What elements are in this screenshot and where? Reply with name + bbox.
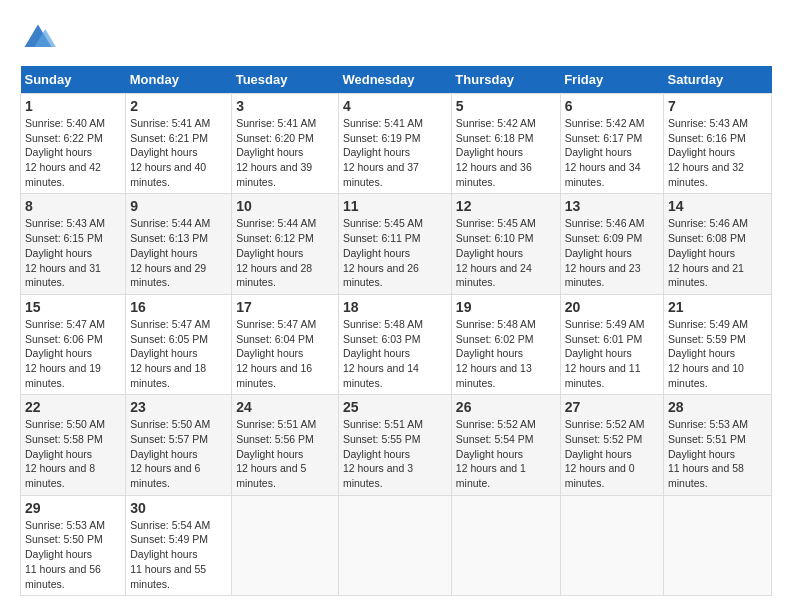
calendar-cell: 7 Sunrise: 5:43 AM Sunset: 6:16 PM Dayli…	[664, 94, 772, 194]
day-info: Sunrise: 5:50 AM Sunset: 5:57 PM Dayligh…	[130, 417, 227, 490]
calendar-cell: 20 Sunrise: 5:49 AM Sunset: 6:01 PM Dayl…	[560, 294, 663, 394]
calendar-cell: 25 Sunrise: 5:51 AM Sunset: 5:55 PM Dayl…	[338, 395, 451, 495]
day-number: 15	[25, 299, 121, 315]
day-info: Sunrise: 5:44 AM Sunset: 6:13 PM Dayligh…	[130, 216, 227, 289]
day-number: 23	[130, 399, 227, 415]
day-number: 4	[343, 98, 447, 114]
day-info: Sunrise: 5:48 AM Sunset: 6:03 PM Dayligh…	[343, 317, 447, 390]
calendar-cell: 3 Sunrise: 5:41 AM Sunset: 6:20 PM Dayli…	[232, 94, 339, 194]
day-info: Sunrise: 5:43 AM Sunset: 6:15 PM Dayligh…	[25, 216, 121, 289]
weekday-header-thursday: Thursday	[451, 66, 560, 94]
calendar-cell: 15 Sunrise: 5:47 AM Sunset: 6:06 PM Dayl…	[21, 294, 126, 394]
day-info: Sunrise: 5:46 AM Sunset: 6:09 PM Dayligh…	[565, 216, 659, 289]
calendar-cell: 11 Sunrise: 5:45 AM Sunset: 6:11 PM Dayl…	[338, 194, 451, 294]
day-info: Sunrise: 5:47 AM Sunset: 6:06 PM Dayligh…	[25, 317, 121, 390]
day-info: Sunrise: 5:49 AM Sunset: 5:59 PM Dayligh…	[668, 317, 767, 390]
calendar-cell: 18 Sunrise: 5:48 AM Sunset: 6:03 PM Dayl…	[338, 294, 451, 394]
day-info: Sunrise: 5:41 AM Sunset: 6:19 PM Dayligh…	[343, 116, 447, 189]
day-info: Sunrise: 5:52 AM Sunset: 5:54 PM Dayligh…	[456, 417, 556, 490]
calendar-week-row: 1 Sunrise: 5:40 AM Sunset: 6:22 PM Dayli…	[21, 94, 772, 194]
day-number: 9	[130, 198, 227, 214]
day-info: Sunrise: 5:45 AM Sunset: 6:11 PM Dayligh…	[343, 216, 447, 289]
calendar-cell: 6 Sunrise: 5:42 AM Sunset: 6:17 PM Dayli…	[560, 94, 663, 194]
calendar-week-row: 29 Sunrise: 5:53 AM Sunset: 5:50 PM Dayl…	[21, 495, 772, 595]
day-info: Sunrise: 5:51 AM Sunset: 5:55 PM Dayligh…	[343, 417, 447, 490]
day-number: 2	[130, 98, 227, 114]
weekday-header-friday: Friday	[560, 66, 663, 94]
day-info: Sunrise: 5:44 AM Sunset: 6:12 PM Dayligh…	[236, 216, 334, 289]
day-info: Sunrise: 5:42 AM Sunset: 6:18 PM Dayligh…	[456, 116, 556, 189]
day-info: Sunrise: 5:46 AM Sunset: 6:08 PM Dayligh…	[668, 216, 767, 289]
day-number: 3	[236, 98, 334, 114]
calendar-cell: 4 Sunrise: 5:41 AM Sunset: 6:19 PM Dayli…	[338, 94, 451, 194]
calendar-cell: 26 Sunrise: 5:52 AM Sunset: 5:54 PM Dayl…	[451, 395, 560, 495]
calendar-cell: 5 Sunrise: 5:42 AM Sunset: 6:18 PM Dayli…	[451, 94, 560, 194]
calendar-cell: 10 Sunrise: 5:44 AM Sunset: 6:12 PM Dayl…	[232, 194, 339, 294]
day-number: 6	[565, 98, 659, 114]
calendar-cell	[232, 495, 339, 595]
calendar-cell	[560, 495, 663, 595]
day-number: 30	[130, 500, 227, 516]
day-number: 20	[565, 299, 659, 315]
calendar-week-row: 22 Sunrise: 5:50 AM Sunset: 5:58 PM Dayl…	[21, 395, 772, 495]
calendar-cell: 28 Sunrise: 5:53 AM Sunset: 5:51 PM Dayl…	[664, 395, 772, 495]
day-info: Sunrise: 5:52 AM Sunset: 5:52 PM Dayligh…	[565, 417, 659, 490]
calendar-cell	[451, 495, 560, 595]
day-info: Sunrise: 5:40 AM Sunset: 6:22 PM Dayligh…	[25, 116, 121, 189]
day-number: 27	[565, 399, 659, 415]
calendar-cell: 29 Sunrise: 5:53 AM Sunset: 5:50 PM Dayl…	[21, 495, 126, 595]
day-number: 21	[668, 299, 767, 315]
logo	[20, 20, 60, 56]
day-info: Sunrise: 5:54 AM Sunset: 5:49 PM Dayligh…	[130, 518, 227, 591]
calendar-cell: 30 Sunrise: 5:54 AM Sunset: 5:49 PM Dayl…	[126, 495, 232, 595]
day-number: 18	[343, 299, 447, 315]
calendar-cell: 24 Sunrise: 5:51 AM Sunset: 5:56 PM Dayl…	[232, 395, 339, 495]
day-info: Sunrise: 5:48 AM Sunset: 6:02 PM Dayligh…	[456, 317, 556, 390]
day-number: 25	[343, 399, 447, 415]
day-number: 29	[25, 500, 121, 516]
weekday-header-wednesday: Wednesday	[338, 66, 451, 94]
calendar-cell: 12 Sunrise: 5:45 AM Sunset: 6:10 PM Dayl…	[451, 194, 560, 294]
weekday-header-sunday: Sunday	[21, 66, 126, 94]
day-number: 16	[130, 299, 227, 315]
day-number: 11	[343, 198, 447, 214]
calendar-cell: 14 Sunrise: 5:46 AM Sunset: 6:08 PM Dayl…	[664, 194, 772, 294]
day-number: 24	[236, 399, 334, 415]
day-info: Sunrise: 5:43 AM Sunset: 6:16 PM Dayligh…	[668, 116, 767, 189]
calendar-cell	[338, 495, 451, 595]
header	[20, 20, 772, 56]
calendar-cell: 17 Sunrise: 5:47 AM Sunset: 6:04 PM Dayl…	[232, 294, 339, 394]
day-info: Sunrise: 5:45 AM Sunset: 6:10 PM Dayligh…	[456, 216, 556, 289]
day-number: 8	[25, 198, 121, 214]
calendar-cell: 2 Sunrise: 5:41 AM Sunset: 6:21 PM Dayli…	[126, 94, 232, 194]
day-info: Sunrise: 5:47 AM Sunset: 6:04 PM Dayligh…	[236, 317, 334, 390]
day-info: Sunrise: 5:49 AM Sunset: 6:01 PM Dayligh…	[565, 317, 659, 390]
day-number: 26	[456, 399, 556, 415]
day-info: Sunrise: 5:47 AM Sunset: 6:05 PM Dayligh…	[130, 317, 227, 390]
calendar-cell: 19 Sunrise: 5:48 AM Sunset: 6:02 PM Dayl…	[451, 294, 560, 394]
weekday-header-saturday: Saturday	[664, 66, 772, 94]
day-info: Sunrise: 5:41 AM Sunset: 6:21 PM Dayligh…	[130, 116, 227, 189]
calendar-cell: 16 Sunrise: 5:47 AM Sunset: 6:05 PM Dayl…	[126, 294, 232, 394]
day-info: Sunrise: 5:51 AM Sunset: 5:56 PM Dayligh…	[236, 417, 334, 490]
weekday-header-monday: Monday	[126, 66, 232, 94]
calendar-cell: 13 Sunrise: 5:46 AM Sunset: 6:09 PM Dayl…	[560, 194, 663, 294]
calendar-cell: 23 Sunrise: 5:50 AM Sunset: 5:57 PM Dayl…	[126, 395, 232, 495]
calendar-cell: 1 Sunrise: 5:40 AM Sunset: 6:22 PM Dayli…	[21, 94, 126, 194]
day-info: Sunrise: 5:53 AM Sunset: 5:50 PM Dayligh…	[25, 518, 121, 591]
day-number: 22	[25, 399, 121, 415]
calendar-cell: 27 Sunrise: 5:52 AM Sunset: 5:52 PM Dayl…	[560, 395, 663, 495]
day-info: Sunrise: 5:53 AM Sunset: 5:51 PM Dayligh…	[668, 417, 767, 490]
calendar-table: SundayMondayTuesdayWednesdayThursdayFrid…	[20, 66, 772, 596]
calendar-cell: 22 Sunrise: 5:50 AM Sunset: 5:58 PM Dayl…	[21, 395, 126, 495]
day-number: 7	[668, 98, 767, 114]
calendar-week-row: 15 Sunrise: 5:47 AM Sunset: 6:06 PM Dayl…	[21, 294, 772, 394]
weekday-header-tuesday: Tuesday	[232, 66, 339, 94]
calendar-cell: 9 Sunrise: 5:44 AM Sunset: 6:13 PM Dayli…	[126, 194, 232, 294]
calendar-cell: 21 Sunrise: 5:49 AM Sunset: 5:59 PM Dayl…	[664, 294, 772, 394]
day-number: 1	[25, 98, 121, 114]
weekday-header-row: SundayMondayTuesdayWednesdayThursdayFrid…	[21, 66, 772, 94]
day-number: 5	[456, 98, 556, 114]
day-info: Sunrise: 5:41 AM Sunset: 6:20 PM Dayligh…	[236, 116, 334, 189]
day-number: 17	[236, 299, 334, 315]
